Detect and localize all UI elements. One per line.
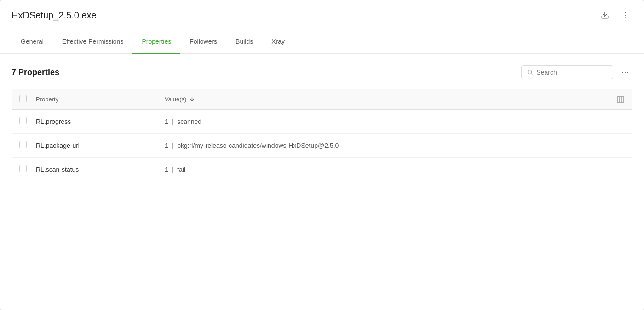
more-vertical-icon bbox=[621, 11, 629, 19]
properties-actions bbox=[521, 65, 632, 80]
svg-point-6 bbox=[622, 72, 623, 73]
tab-xray[interactable]: Xray bbox=[262, 30, 294, 54]
value-text: pkg:rl/my-release-candidates/windows-HxD… bbox=[177, 142, 339, 149]
tabs-container: General Effective Permissions Properties… bbox=[0, 30, 644, 54]
more-horizontal-icon bbox=[621, 68, 629, 76]
value-sep: | bbox=[172, 118, 176, 125]
table-row: RL.progress 1 | scanned bbox=[12, 110, 632, 134]
header-actions bbox=[598, 8, 632, 23]
row-value: 1 | scanned bbox=[165, 118, 625, 125]
tab-followers[interactable]: Followers bbox=[180, 30, 226, 54]
tab-properties[interactable]: Properties bbox=[132, 30, 180, 54]
header: HxDSetup_2.5.0.exe bbox=[0, 0, 644, 30]
row-checkbox[interactable] bbox=[19, 165, 27, 172]
svg-line-5 bbox=[531, 73, 532, 74]
svg-point-1 bbox=[625, 12, 626, 13]
tab-effective-permissions[interactable]: Effective Permissions bbox=[53, 30, 133, 54]
properties-header: 7 Properties bbox=[12, 65, 632, 80]
value-count: 1 bbox=[165, 166, 168, 173]
row-checkbox[interactable] bbox=[19, 117, 27, 124]
table-row: RL.package-url 1 | pkg:rl/my-release-can… bbox=[12, 134, 632, 158]
value-count: 1 bbox=[165, 118, 168, 125]
search-input[interactable] bbox=[536, 69, 607, 76]
column-header-property: Property bbox=[36, 96, 165, 103]
page-title: HxDSetup_2.5.0.exe bbox=[12, 10, 97, 21]
properties-count: 7 Properties bbox=[12, 68, 59, 77]
columns-icon[interactable] bbox=[616, 95, 625, 104]
download-icon bbox=[601, 11, 609, 19]
tab-general[interactable]: General bbox=[12, 30, 53, 54]
row-value: 1 | fail bbox=[165, 166, 625, 173]
header-checkbox-col bbox=[19, 95, 36, 104]
row-property: RL.package-url bbox=[36, 142, 165, 149]
column-header-actions bbox=[606, 95, 625, 104]
svg-point-8 bbox=[627, 72, 628, 73]
search-box[interactable] bbox=[521, 65, 613, 79]
column-header-values: Value(s) bbox=[165, 96, 606, 103]
more-options-button[interactable] bbox=[618, 8, 632, 23]
more-properties-button[interactable] bbox=[618, 65, 632, 80]
svg-rect-10 bbox=[617, 96, 624, 103]
search-icon bbox=[527, 69, 533, 76]
select-all-checkbox[interactable] bbox=[19, 95, 27, 102]
tabs: General Effective Permissions Properties… bbox=[12, 30, 632, 53]
properties-table: Property Value(s) bbox=[12, 89, 632, 181]
value-text: fail bbox=[177, 166, 185, 173]
value-sep: | bbox=[172, 166, 176, 173]
svg-point-2 bbox=[625, 15, 626, 16]
content: 7 Properties bbox=[0, 54, 644, 193]
row-checkbox-col bbox=[19, 165, 36, 174]
value-text: scanned bbox=[177, 118, 201, 125]
svg-point-7 bbox=[625, 72, 626, 73]
svg-point-3 bbox=[625, 17, 626, 18]
value-count: 1 bbox=[165, 142, 168, 149]
download-button[interactable] bbox=[598, 8, 612, 23]
tab-builds[interactable]: Builds bbox=[226, 30, 262, 54]
row-property: RL.scan-status bbox=[36, 166, 165, 173]
row-value: 1 | pkg:rl/my-release-candidates/windows… bbox=[165, 142, 625, 149]
row-property: RL.progress bbox=[36, 118, 165, 125]
row-checkbox[interactable] bbox=[19, 141, 27, 148]
table-header-row: Property Value(s) bbox=[12, 89, 632, 110]
sort-down-icon[interactable] bbox=[189, 96, 195, 102]
app-container: HxDSetup_2.5.0.exe General Effect bbox=[0, 0, 644, 310]
row-checkbox-col bbox=[19, 117, 36, 126]
row-checkbox-col bbox=[19, 141, 36, 150]
value-sep: | bbox=[172, 142, 176, 149]
table-row: RL.scan-status 1 | fail bbox=[12, 158, 632, 181]
